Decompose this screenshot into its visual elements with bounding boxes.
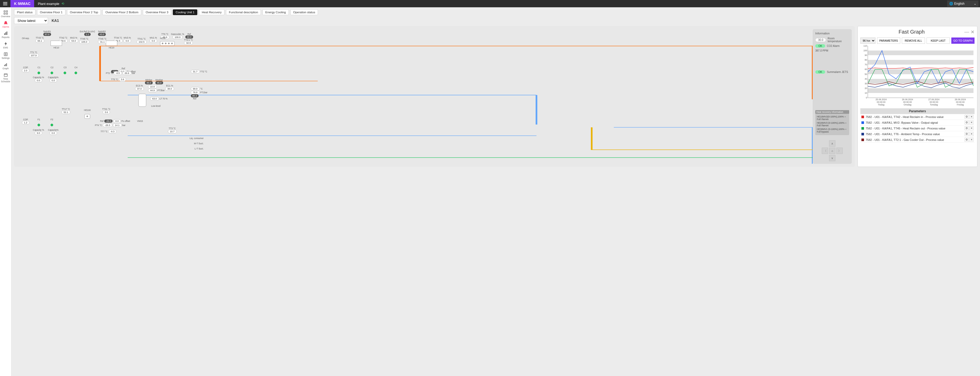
view-tabs: Plant statusOverview Floor 1Overview Flo… [14, 10, 977, 15]
svg-rect-14 [4, 74, 7, 76]
nav-down-button[interactable]: ∨ [829, 155, 835, 161]
gear-icon[interactable]: ⚙ [965, 115, 969, 119]
gear-icon[interactable]: ⚙ [965, 126, 969, 130]
sidebar-item-ems[interactable]: EMS [0, 40, 11, 51]
remove-param-icon[interactable]: ✕ [969, 115, 974, 119]
chart-area: 010203040506070809010011025.06.202400:00… [868, 46, 974, 98]
tab-operation-status[interactable]: Operation status [290, 10, 318, 15]
nav-up-button[interactable]: ∧ [829, 140, 835, 147]
svg-rect-4 [4, 33, 5, 35]
svg-rect-1 [6, 11, 8, 12]
sidebar-item-reports[interactable]: Reports [0, 30, 11, 40]
param-row: 7582 - U01 - KA/FA1, TT42 - Heat Reclaim… [861, 114, 975, 120]
param-label: 7582 - U01 - KA/FA1, TT45 - Heat Reclaim… [865, 127, 964, 130]
nav-home-button[interactable]: ⌂ [829, 148, 835, 154]
svg-rect-13 [6, 63, 7, 66]
close-icon[interactable]: ✕ [970, 29, 975, 35]
tab-functional-description[interactable]: Functional description [226, 10, 261, 15]
svg-rect-0 [4, 11, 5, 12]
gear-icon[interactable]: ⚙ [965, 138, 969, 142]
tab-energy-cooling[interactable]: Energy Cooling [262, 10, 289, 15]
svg-rect-3 [6, 13, 8, 14]
keep-last-button[interactable]: KEEP LAST [927, 38, 950, 44]
plant-name: Plant example [38, 2, 59, 6]
parameters-button[interactable]: PARAMETERS [877, 38, 900, 44]
go-to-graph-button[interactable]: GO TO GRAPH [951, 38, 975, 44]
param-label: 7582 - U01 - KA/FA1, TT6 - Ambient Temp … [865, 133, 964, 136]
param-label: 7582 - U01 - KA/FA1, MV2- Bypass Valve -… [865, 121, 964, 124]
sidebar-item-settings[interactable]: Settings [0, 51, 11, 61]
nav-pad: ∧ 〈 ⌂ 〉 ∨ [822, 140, 843, 161]
minimize-icon[interactable]: — [964, 29, 969, 35]
param-row: 7582 - U01 - KA/FA1, TT2:1 - Gas Cooler … [861, 137, 975, 143]
svg-rect-5 [5, 32, 6, 35]
tab-overview-floor-2-bottom[interactable]: Overview Floor 2 Bottom [102, 10, 141, 15]
sidebar-item-overview[interactable]: Overview [0, 9, 11, 19]
param-label: 7582 - U01 - KA/FA1, TT42 - Heat Reclaim… [865, 115, 964, 119]
param-row: 7582 - U01 - KA/FA1, TT6 - Ambient Temp … [861, 131, 975, 137]
param-color-swatch [861, 127, 864, 130]
svg-rect-12 [5, 64, 6, 66]
language-select[interactable]: 🌐 English⌄ [947, 0, 978, 7]
sidebar-item-time-schedule[interactable]: Time Schedule [0, 71, 11, 84]
parameters-title: Parameters [861, 108, 975, 114]
brand-logo: KIWMAC [10, 0, 34, 7]
svg-rect-2 [4, 13, 5, 14]
tab-plant-status[interactable]: Plant status [14, 10, 35, 15]
gear-icon[interactable]: ⚙ [965, 132, 969, 136]
sidebar: Overview Alarms Reports EMS Settings Gra… [0, 7, 11, 376]
param-color-swatch [861, 121, 864, 124]
refresh-icon[interactable]: ⟲ [62, 2, 64, 5]
tab-overview-floor-3[interactable]: Overview Floor 3 [143, 10, 171, 15]
range-select[interactable]: 96 hours [861, 38, 875, 44]
gear-icon[interactable]: ⚙ [965, 121, 969, 124]
unit-title: KA1 [52, 19, 59, 23]
tab-overview-floor-2-top[interactable]: Overview Floor 2 Top [67, 10, 101, 15]
show-latest-select[interactable]: Show latest [14, 17, 48, 24]
nav-left-button[interactable]: 〈 [822, 148, 828, 154]
remove-param-icon[interactable]: ✕ [969, 126, 974, 130]
fan-icon: ✲ [171, 42, 173, 45]
sidebar-item-graph[interactable]: Graph [0, 61, 11, 71]
info-panel: Information 30.0Room temperature OKCO2 A… [813, 29, 852, 164]
remove-param-icon[interactable]: ✕ [969, 132, 974, 136]
nav-right-button[interactable]: 〉 [837, 148, 843, 154]
svg-rect-6 [6, 32, 7, 35]
remove-all-button[interactable]: REMOVE ALL [902, 38, 925, 44]
remove-param-icon[interactable]: ✕ [969, 121, 974, 124]
fast-graph-panel: Fast Graph — ✕ 96 hours PARAMETERS REMOV… [858, 26, 977, 167]
svg-rect-11 [4, 65, 5, 66]
param-color-swatch [861, 116, 864, 118]
menu-button[interactable] [0, 0, 10, 7]
sidebar-item-alarms[interactable]: Alarms [0, 19, 11, 30]
fan-icon: ✲ [162, 42, 164, 45]
param-color-swatch [861, 133, 864, 135]
tab-heat-recovery[interactable]: Heat Recovery [199, 10, 224, 15]
remove-param-icon[interactable]: ✕ [969, 138, 974, 142]
process-diagram: SetHR167.0 TT43 °C66.1 TT42 °C58.6 MV2 %… [14, 26, 855, 167]
fan-icon: ✲ [168, 42, 170, 45]
tab-overview-floor-1[interactable]: Overview Floor 1 [37, 10, 65, 15]
fan-icon: ✲ [165, 42, 167, 45]
fast-graph-title: Fast Graph [861, 29, 963, 35]
fan-icon: ✲ [84, 114, 90, 119]
param-row: 7582 - U01 - KA/FA1, TT45 - Heat Reclaim… [861, 125, 975, 131]
param-color-swatch [861, 138, 864, 141]
param-label: 7582 - U01 - KA/FA1, TT2:1 - Gas Cooler … [865, 138, 964, 141]
param-row: 7582 - U01 - KA/FA1, MV2- Bypass Valve -… [861, 120, 975, 125]
tab-cooling-unit-1[interactable]: Cooling Unit 1 [173, 10, 197, 15]
heat-recovery-info: Heat recovery information HE10MV2(0-100%… [815, 110, 849, 135]
